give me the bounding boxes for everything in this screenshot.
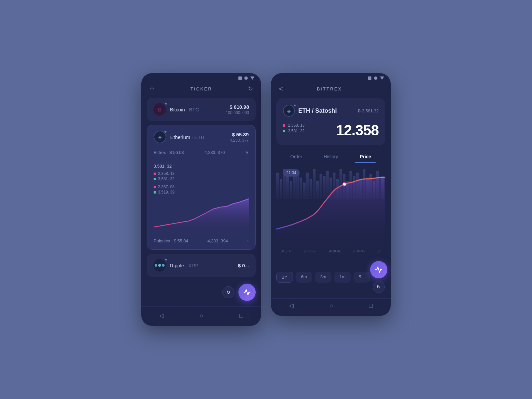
time-buttons: 1Y 6m 3m 1m 5... [276, 272, 370, 283]
status-circle [244, 76, 248, 80]
right-nav-home[interactable]: ○ [330, 302, 333, 309]
nav-back[interactable]: ◁ [159, 312, 164, 319]
right-fabs: ↻ [370, 261, 387, 293]
back-button[interactable]: < [279, 85, 283, 93]
xrp-dot-2 [158, 264, 161, 267]
x-label-4: 2018·05 [353, 249, 365, 253]
ripple-icon: ★ [153, 259, 166, 272]
xrp-dots [155, 264, 165, 267]
bitcoin-name: Bitcoin · BTC [170, 107, 199, 112]
svg-rect-3 [286, 176, 289, 199]
bitcoin-left: ₿ ★ Bitcoin · BTC [153, 103, 199, 116]
ripple-price: $ 0... [238, 263, 249, 268]
tab-price[interactable]: Price [348, 151, 383, 163]
ripple-row: ★ Ripple · XRP $ 0... [153, 259, 249, 272]
right-status-square [368, 76, 371, 80]
chart-main-val: 3,581. 32 [154, 164, 249, 169]
mini-chart-svg [154, 197, 249, 230]
time-filter-row: 1Y 6m 3m 1m 5... ↻ [271, 256, 391, 298]
svg-rect-8 [303, 183, 306, 199]
status-triangle [250, 76, 254, 80]
star-icon[interactable]: ☆ [149, 85, 155, 92]
tab-order[interactable]: Order [279, 151, 314, 163]
main-chart-svg: 2017·10 2017·12 2018·02 2018·05 25 [276, 163, 385, 256]
main-chart-container: 21.34 [276, 163, 385, 256]
time-btn-6m[interactable]: 6m [296, 272, 312, 283]
detail-main-row: 2,358. 13 3,581. 32 12.358 [283, 122, 379, 139]
x-label-3: 2018·02 [329, 249, 341, 253]
left-nav-bar: ◁ ○ □ [141, 306, 261, 326]
refresh-fab-small[interactable]: ↻ [222, 286, 234, 298]
time-btn-3m[interactable]: 3m [315, 272, 332, 283]
svg-rect-7 [300, 178, 302, 199]
detail-big-price: 12.358 [336, 122, 379, 139]
ticker-header: ☆ TICKER ↻ [141, 82, 261, 98]
bittrex-name: Bittrex · $ 56.03 [154, 150, 184, 155]
right-nav-recent[interactable]: □ [369, 302, 373, 309]
svg-rect-15 [326, 171, 329, 199]
svg-rect-9 [306, 173, 309, 199]
detail-btc-price: Ƀ 3,581.32 [358, 108, 379, 113]
bitcoin-amount: 100,000. 000 [226, 110, 249, 115]
svg-rect-10 [310, 179, 312, 199]
chart-row-3: 2,357. 08 [154, 185, 249, 189]
svg-rect-14 [323, 176, 326, 199]
svg-rect-12 [316, 181, 319, 199]
ripple-star: ★ [164, 258, 167, 261]
bitcoin-card[interactable]: ₿ ★ Bitcoin · BTC $ 610.98 100,000. 000 [147, 98, 256, 121]
chart-row-2: 3,581. 32 [154, 177, 249, 181]
detail-pink-dot [283, 124, 285, 127]
detail-card: ◈ ★ ETH / Satoshi Ƀ 3,581.32 2,358 [276, 98, 385, 145]
tabs-row: Order History Price [271, 145, 391, 163]
time-btn-1y[interactable]: 1Y [276, 272, 293, 283]
ethereum-price: $ 55.89 [230, 132, 249, 137]
ethereum-left: ◈ ★ Etherium · ETH [154, 131, 204, 143]
ticker-title: TICKER [191, 86, 212, 91]
refresh-fab-right[interactable]: ↻ [373, 281, 385, 293]
mini-chart-area: 3,581. 32 2,358. 13 3,581. 32 2,357 [154, 158, 249, 234]
detail-stat-2: 3,581. 32 [283, 129, 305, 133]
chart-fab-right[interactable] [370, 261, 387, 278]
x-label-1: 2017·10 [280, 249, 293, 253]
poloniex-name: Poloniex · $ 55.84 [154, 238, 188, 243]
nav-recent[interactable]: □ [239, 312, 243, 319]
detail-stat-1: 2,358. 13 [283, 123, 305, 128]
right-nav-bar: ◁ ○ □ [271, 298, 391, 316]
ripple-left: ★ Ripple · XRP [153, 259, 199, 272]
right-status-triangle [380, 76, 384, 80]
xrp-dot-3 [162, 264, 165, 267]
chart-fab[interactable] [238, 284, 256, 301]
ethereum-amount: 4,233. 377 [230, 138, 249, 143]
ethereum-card[interactable]: ◈ ★ Etherium · ETH $ 55.89 4,233. 377 [147, 125, 256, 250]
ripple-card[interactable]: ★ Ripple · XRP $ 0... [147, 254, 256, 277]
green-dot-2 [154, 191, 156, 194]
chart-label-badge: 21.34 [283, 169, 300, 177]
tab-history[interactable]: History [314, 151, 348, 163]
right-nav-back[interactable]: ◁ [289, 302, 294, 309]
ethereum-price-area: $ 55.89 4,233. 377 [230, 132, 249, 143]
time-btn-5[interactable]: 5... [353, 272, 370, 283]
poloniex-arrow[interactable]: › [247, 238, 249, 243]
detail-green-dot [283, 130, 285, 132]
ethereum-name: Etherium · ETH [170, 134, 204, 140]
detail-stats: 2,358. 13 3,581. 32 [283, 123, 305, 133]
bitcoin-star: ★ [164, 102, 167, 105]
pink-dot-1 [154, 173, 156, 175]
fab-row: ↻ [141, 284, 261, 306]
expand-icon[interactable]: ∨ [245, 150, 249, 155]
refresh-icon[interactable]: ↻ [248, 85, 253, 92]
chart-icon [243, 289, 251, 296]
detail-eth-icon-wrap: ◈ ★ [283, 105, 295, 117]
svg-rect-11 [313, 169, 316, 199]
svg-rect-1 [280, 179, 282, 199]
nav-home[interactable]: ○ [200, 312, 203, 319]
chart-row-1: 2,358. 13 [154, 171, 249, 176]
chart-row-4: 3,519. 39 [154, 190, 249, 195]
chart-values: 3,581. 32 2,358. 13 3,581. 32 2,357 [154, 164, 249, 195]
time-btn-1m[interactable]: 1m [334, 272, 351, 283]
bittrex-exchange-row[interactable]: Bittrex · $ 56.03 4,233. 370 ∨ [154, 146, 249, 158]
xrp-dot-1 [155, 264, 157, 267]
x-label-5: 25 [377, 249, 381, 253]
poloniex-exchange-row[interactable]: Poloniex · $ 55.84 4,233. 394 › [154, 234, 249, 244]
bittrex-amount: 4,233. 370 [204, 150, 225, 155]
